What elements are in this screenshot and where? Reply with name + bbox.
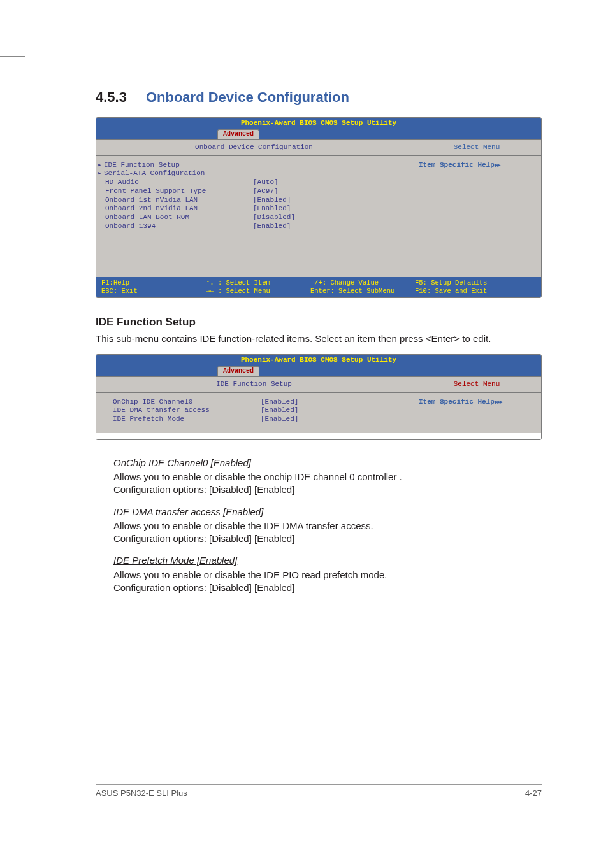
bios-row: Front Panel Support Type[AC97] — [105, 187, 405, 196]
option-text: Allows you to enable or disable the onch… — [113, 471, 402, 482]
subsection-heading: IDE Function Setup — [96, 316, 542, 329]
bios-row: Onboard 1394[Enabled] — [105, 222, 405, 231]
bios-row-value: [Enabled] — [253, 222, 291, 231]
bios-footer-key: F5: Setup Defaults — [415, 279, 487, 287]
bios-tab-row: Advanced — [96, 129, 541, 139]
option-title: IDE DMA transfer access [Enabled] — [113, 506, 542, 518]
bios-subheader-title: IDE Function Setup — [96, 376, 412, 392]
bios-row-value: [Disabled] — [253, 213, 295, 222]
bios-help-text: Item Specific Help — [419, 161, 495, 169]
bios-row-label: Serial-ATA Configuration — [104, 169, 252, 178]
bios-footer-col: F5: Setup Defaults F10: Save and Exit — [415, 279, 536, 295]
bios-row: HD Audio[Auto] — [105, 178, 405, 187]
bios-footer-col: F1:Help ESC: Exit — [101, 279, 206, 295]
bios-footer-key: F10: Save and Exit — [415, 287, 487, 295]
bios-subheader: Onboard Device Configuration Select Menu — [96, 139, 541, 155]
bios-row-value: [AC97] — [253, 187, 279, 196]
page-content: 4.5.3 Onboard Device Configuration Phoen… — [96, 89, 542, 603]
bios-subheader-select: Select Menu — [412, 139, 541, 155]
bios-row: Onboard 1st nVidia LAN[Enabled] — [105, 196, 405, 205]
bios-footer-key: Enter: Select SubMenu — [310, 287, 394, 295]
submenu-arrow-icon: ▸ — [98, 161, 104, 170]
bios-title-bar: Phoenix-Award BIOS CMOS Setup Utility — [96, 355, 541, 366]
bios-footer-key: →← : Select Menu — [206, 287, 270, 295]
bios-footer-col: ↑↓ : Select Item →← : Select Menu — [206, 279, 310, 295]
bios-row: Onboard 2nd nVidia LAN[Enabled] — [105, 204, 405, 213]
option-config: Configuration options: [Disabled] [Enabl… — [113, 484, 294, 495]
bios-row-label: Onboard 1st nVidia LAN — [105, 196, 253, 205]
option-text: Allows you to enable or disable the IDE … — [113, 569, 387, 580]
bios-footer-col: -/+: Change Value Enter: Select SubMenu — [310, 279, 415, 295]
option-title: OnChip IDE Channel0 [Enabled] — [113, 457, 542, 469]
bios-options-panel: ▸IDE Function Setup ▸Serial-ATA Configur… — [96, 156, 412, 277]
bios-row-label: HD Audio — [105, 178, 253, 187]
section-heading: 4.5.3 Onboard Device Configuration — [96, 89, 542, 106]
bios-help-text: Item Specific Help — [419, 398, 495, 406]
bios-footer-key: F1:Help — [101, 279, 129, 287]
bios-footer-key: ESC: Exit — [101, 287, 138, 295]
bios-help-panel: Item Specific Help — [412, 156, 541, 277]
subsection-paragraph: This sub-menu contains IDE function-rela… — [96, 332, 542, 345]
bios-row: Onboard LAN Boot ROM[Disabled] — [105, 213, 405, 222]
section-number: 4.5.3 — [96, 89, 127, 106]
bios-screenshot-onboard: Phoenix-Award BIOS CMOS Setup Utility Ad… — [96, 117, 542, 298]
bios-subheader-title: Onboard Device Configuration — [96, 139, 412, 155]
bios-tab-advanced: Advanced — [217, 366, 259, 376]
page-footer: ASUS P5N32-E SLI Plus 4-27 — [96, 784, 542, 798]
bios-screenshot-ide: Phoenix-Award BIOS CMOS Setup Utility Ad… — [96, 354, 542, 440]
bios-row: IDE DMA transfer access[Enabled] — [113, 406, 405, 415]
bios-row-label: OnChip IDE Channel0 — [113, 398, 261, 407]
bios-title-bar: Phoenix-Award BIOS CMOS Setup Utility — [96, 118, 541, 129]
bios-body: ▸IDE Function Setup ▸Serial-ATA Configur… — [96, 155, 541, 277]
bios-row-value: [Enabled] — [261, 406, 298, 415]
option-title: IDE Prefetch Mode [Enabled] — [113, 554, 542, 567]
bios-row-value: [Enabled] — [253, 196, 291, 205]
bios-row-label: IDE Prefetch Mode — [113, 415, 261, 424]
option-config: Configuration options: [Disabled] [Enabl… — [113, 533, 294, 544]
bios-row-label: Front Panel Support Type — [105, 187, 253, 196]
bios-footer-key: ↑↓ : Select Item — [206, 279, 270, 287]
bios-row: ▸Serial-ATA Configuration — [105, 169, 405, 178]
option-config: Configuration options: [Disabled] [Enabl… — [113, 582, 294, 593]
bios-row-value: [Enabled] — [261, 415, 298, 424]
option-description: IDE DMA transfer access [Enabled] Allows… — [113, 506, 542, 546]
bios-tab-row: Advanced — [96, 366, 541, 376]
bios-row: OnChip IDE Channel0[Enabled] — [113, 398, 405, 407]
option-description: IDE Prefetch Mode [Enabled] Allows you t… — [113, 554, 542, 594]
chevron-right-icon — [495, 161, 500, 169]
section-title: Onboard Device Configuration — [146, 89, 349, 106]
bios-tab-advanced: Advanced — [217, 129, 259, 139]
bios-footer-key: -/+: Change Value — [310, 279, 379, 287]
footer-page-number: 4-27 — [525, 788, 542, 798]
chevron-right-icon — [495, 398, 502, 406]
bios-row-value: [Enabled] — [261, 398, 298, 407]
bios-row-label: Onboard 1394 — [105, 222, 253, 231]
truncation-indicator — [96, 433, 541, 439]
submenu-arrow-icon: ▸ — [98, 169, 104, 178]
bios-row-label: Onboard 2nd nVidia LAN — [105, 204, 253, 213]
option-text: Allows you to enable or disable the IDE … — [113, 520, 373, 531]
bios-row: IDE Prefetch Mode[Enabled] — [113, 415, 405, 424]
bios-help-panel: Item Specific Help — [412, 393, 541, 433]
bios-row-label: IDE Function Setup — [104, 161, 252, 170]
bios-row-label: Onboard LAN Boot ROM — [105, 213, 253, 222]
bios-row: ▸IDE Function Setup — [105, 161, 405, 170]
bios-body: OnChip IDE Channel0[Enabled] IDE DMA tra… — [96, 392, 541, 433]
footer-product: ASUS P5N32-E SLI Plus — [96, 788, 187, 798]
bios-subheader: IDE Function Setup Select Menu — [96, 376, 541, 392]
option-description: OnChip IDE Channel0 [Enabled] Allows you… — [113, 457, 542, 497]
bios-subheader-select: Select Menu — [412, 376, 541, 392]
bios-row-value: [Enabled] — [253, 204, 291, 213]
bios-row-label: IDE DMA transfer access — [113, 406, 261, 415]
bios-options-panel: OnChip IDE Channel0[Enabled] IDE DMA tra… — [96, 393, 412, 433]
bios-footer-bar: F1:Help ESC: Exit ↑↓ : Select Item →← : … — [96, 277, 541, 297]
bios-row-value: [Auto] — [253, 178, 279, 187]
